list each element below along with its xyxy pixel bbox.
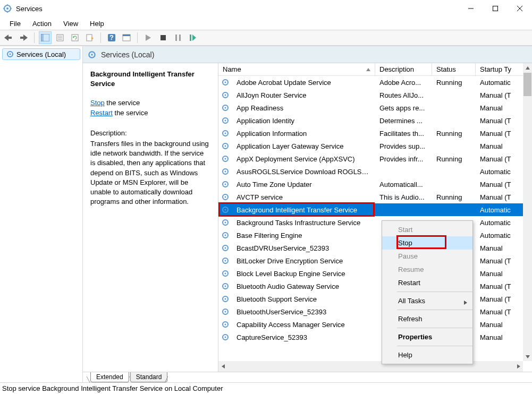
context-menu-item-all-tasks[interactable]: All Tasks: [382, 294, 472, 307]
gear-icon: [221, 167, 230, 176]
column-status[interactable]: Status: [432, 63, 476, 75]
stop-service-toolbar-button[interactable]: [157, 31, 170, 44]
scroll-up-button[interactable]: [523, 63, 532, 72]
vertical-scrollbar[interactable]: [523, 63, 532, 361]
svg-point-42: [225, 95, 226, 96]
row-name: AsusROGLSLService Download ROGLSL...: [232, 168, 375, 176]
context-menu-item-stop[interactable]: Stop: [382, 236, 472, 250]
refresh-toolbar-button[interactable]: [69, 31, 81, 44]
service-row[interactable]: Background Tasks Infrastructure ServiceA…: [218, 216, 532, 229]
tab-extended[interactable]: Extended: [90, 372, 129, 382]
service-row[interactable]: Application Layer Gateway ServiceProvide…: [218, 140, 532, 152]
row-status: Running: [432, 130, 476, 138]
minimize-button[interactable]: [459, 0, 483, 17]
row-description: Adobe Acro...: [375, 79, 432, 87]
restart-service-toolbar-button[interactable]: [187, 31, 199, 44]
service-row[interactable]: App ReadinessGets apps re...Manual: [218, 101, 532, 114]
svg-rect-27: [123, 35, 130, 36]
service-row[interactable]: Application IdentityDetermines ...Manual…: [218, 114, 532, 127]
context-menu-item-restart[interactable]: Restart: [382, 276, 472, 289]
menu-action[interactable]: Action: [27, 19, 57, 29]
restart-link[interactable]: Restart: [90, 109, 113, 117]
service-row[interactable]: Base Filtering EngineAutomatic: [218, 229, 532, 242]
minimize-icon: [468, 6, 474, 11]
gear-icon: [221, 180, 230, 189]
context-menu-separator: [397, 346, 472, 346]
context-menu-item-refresh[interactable]: Refresh: [382, 312, 472, 326]
service-row[interactable]: Bluetooth Audio Gateway ServiceManual (T: [218, 280, 532, 293]
service-row[interactable]: Capability Access Manager ServiceManual: [218, 318, 532, 331]
chevron-left-icon: [222, 364, 225, 369]
help-toolbar-button[interactable]: ?: [105, 31, 118, 44]
row-name: Block Level Backup Engine Service: [232, 270, 375, 278]
gear-icon: [221, 231, 230, 239]
row-name: AllJoyn Router Service: [232, 91, 375, 99]
service-row[interactable]: AppX Deployment Service (AppXSVC)Provide…: [218, 152, 532, 165]
show-hide-tree-button[interactable]: [39, 31, 52, 44]
svg-marker-28: [146, 35, 151, 41]
context-menu-item-properties[interactable]: Properties: [382, 330, 472, 344]
row-icon: [218, 256, 232, 265]
service-row[interactable]: Application InformationFacilitates th...…: [218, 127, 532, 140]
svg-rect-13: [20, 37, 23, 39]
tree-node-services-local[interactable]: Services (Local): [2, 48, 80, 60]
start-service-toolbar-button[interactable]: [142, 31, 155, 44]
service-row[interactable]: AllJoyn Router ServiceRoutes AllJo...Man…: [218, 89, 532, 101]
service-row[interactable]: BcastDVRUserService_52393Manual: [218, 242, 532, 254]
row-name: Application Information: [232, 130, 375, 138]
horizontal-scrollbar[interactable]: [218, 361, 523, 372]
gear-icon: [221, 142, 230, 150]
service-row[interactable]: CaptureService_52393Manual: [218, 331, 532, 344]
service-row[interactable]: BluetoothUserService_52393Manual (T: [218, 305, 532, 318]
service-row[interactable]: Adobe Acrobat Update ServiceAdobe Acro..…: [218, 76, 532, 89]
row-icon: [218, 333, 232, 341]
column-name[interactable]: Name: [218, 63, 375, 75]
menu-help[interactable]: Help: [85, 19, 109, 29]
service-row[interactable]: AVCTP serviceThis is Audio...RunningManu…: [218, 191, 532, 203]
export-list-button[interactable]: [83, 31, 96, 44]
gear-icon: [221, 295, 230, 303]
panel-icon: [41, 34, 49, 41]
nav-forward-button[interactable]: [17, 31, 30, 44]
window-toolbar-button[interactable]: [120, 31, 133, 44]
stop-link[interactable]: Stop: [90, 99, 105, 107]
svg-point-60: [225, 209, 226, 211]
toolbar: ?: [0, 30, 532, 46]
service-row[interactable]: AsusROGLSLService Download ROGLSL...Auto…: [218, 165, 532, 178]
detail-restart-line: Restart the service: [90, 108, 210, 118]
context-menu-item-pause: Pause: [382, 250, 472, 263]
maximize-button[interactable]: [483, 0, 508, 17]
context-menu-item-help[interactable]: Help: [382, 348, 472, 362]
export-icon: [86, 34, 94, 41]
service-row[interactable]: Background Intelligent Transfer ServiceA…: [218, 203, 532, 216]
menu-view[interactable]: View: [58, 19, 83, 29]
context-menu-item-resume: Resume: [382, 263, 472, 276]
menu-file[interactable]: File: [4, 19, 26, 29]
svg-point-48: [225, 133, 226, 134]
row-name: Bluetooth Support Service: [232, 295, 375, 303]
column-description[interactable]: Description: [375, 63, 432, 75]
service-row[interactable]: Block Level Backup Engine ServiceManual: [218, 267, 532, 280]
row-description: Routes AllJo...: [375, 91, 432, 99]
scroll-down-button[interactable]: [523, 352, 532, 361]
nav-back-button[interactable]: [2, 31, 15, 44]
service-row[interactable]: Bluetooth Support ServiceManual (T: [218, 293, 532, 305]
svg-point-62: [225, 222, 226, 224]
window-icon: [122, 34, 131, 41]
row-name: BitLocker Drive Encryption Service: [232, 257, 375, 265]
row-description: This is Audio...: [375, 193, 432, 201]
service-row[interactable]: BitLocker Drive Encryption ServiceManual…: [218, 254, 532, 267]
scrollbar-thumb[interactable]: [523, 73, 531, 96]
status-bar: Stop service Background Intelligent Tran…: [0, 382, 532, 394]
scroll-right-button[interactable]: [514, 364, 523, 369]
row-icon: [218, 142, 232, 150]
gear-icon: [221, 155, 230, 163]
service-row[interactable]: Auto Time Zone UpdaterAutomaticall...Man…: [218, 178, 532, 191]
row-icon: [218, 91, 232, 99]
pause-service-toolbar-button[interactable]: [172, 31, 184, 44]
tab-standard[interactable]: Standard: [130, 372, 168, 382]
close-button[interactable]: [508, 0, 532, 17]
scroll-left-button[interactable]: [218, 364, 227, 369]
gear-icon: [221, 333, 230, 341]
properties-toolbar-button[interactable]: [54, 31, 66, 44]
